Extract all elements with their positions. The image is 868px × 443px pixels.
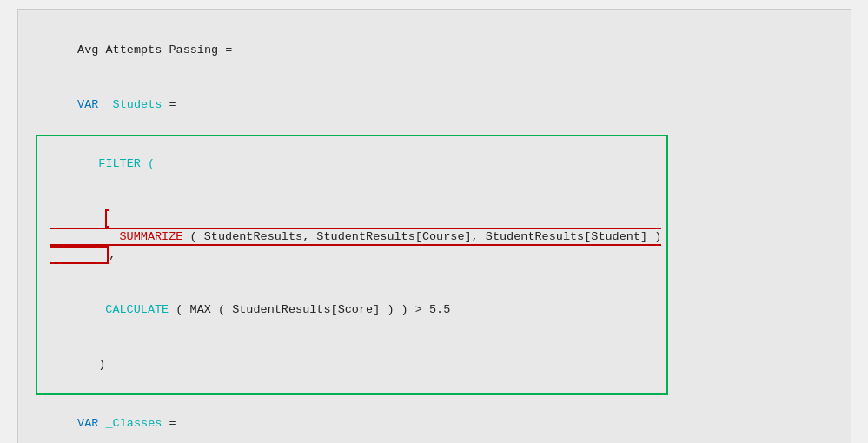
main-container: Avg Attempts Passing = VAR _Studets = FI… (17, 9, 851, 443)
filter-keyword: FILTER ( (98, 157, 155, 170)
eq-2: = (169, 417, 176, 430)
filter-close-line: ) (43, 338, 662, 393)
filter-line: FILTER ( (43, 138, 662, 193)
calculate-args-inner: ( MAX ( StudentResults[Score] ) ) > 5.5 (169, 303, 450, 316)
var-name-2: _Classes (98, 417, 169, 430)
code-line-1: Avg Attempts Passing = (36, 23, 833, 78)
var-keyword-1: VAR (77, 98, 98, 111)
code-line-2: VAR _Studets = (36, 78, 833, 133)
summarize-line: SUMMARIZE ( StudentResults, StudentResul… (43, 192, 662, 283)
comma: , (109, 248, 116, 261)
filter-close: ) (98, 358, 105, 371)
code-line-var2: VAR _Classes = (36, 397, 833, 443)
summarize-box: SUMMARIZE ( StudentResults, StudentResul… (50, 209, 662, 264)
calculate-line-inner: CALCULATE ( MAX ( StudentResults[Score] … (43, 283, 662, 338)
code-section: Avg Attempts Passing = VAR _Studets = FI… (18, 10, 851, 443)
var-name-1: _Studets (98, 98, 169, 111)
filter-box: FILTER ( SUMMARIZE ( StudentResults, Stu… (36, 135, 669, 396)
summarize-keyword: SUMMARIZE (120, 230, 183, 243)
code-text: Avg Attempts Passing = (77, 43, 232, 56)
calculate-keyword-inner: CALCULATE (105, 303, 169, 316)
summarize-args: ( StudentResults, StudentResults[Course]… (182, 230, 661, 243)
eq-1: = (169, 98, 176, 111)
var-keyword-2: VAR (77, 417, 98, 430)
